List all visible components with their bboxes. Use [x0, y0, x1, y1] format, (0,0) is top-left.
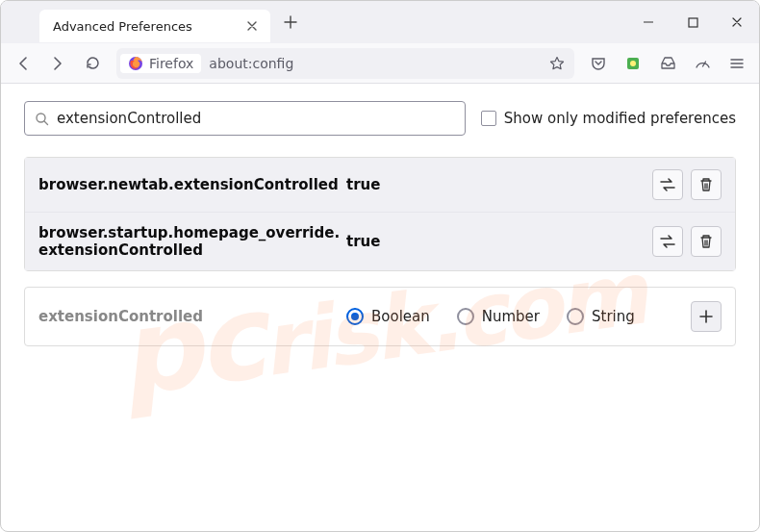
url-text: about:config	[209, 56, 544, 71]
content-area: Show only modified preferences browser.n…	[1, 84, 759, 364]
url-bar[interactable]: Firefox about:config	[116, 48, 574, 79]
delete-button[interactable]	[691, 169, 722, 200]
firefox-icon	[128, 56, 143, 71]
preference-name: browser.newtab.extensionControlled	[38, 176, 346, 193]
radio-label: Boolean	[371, 308, 430, 325]
radio-boolean[interactable]: Boolean	[346, 308, 430, 325]
preference-actions	[652, 169, 722, 200]
extension-icon[interactable]	[617, 47, 649, 80]
preference-row: browser.startup.homepage_override.extens…	[25, 212, 735, 270]
inbox-icon[interactable]	[651, 47, 684, 80]
add-button[interactable]	[691, 301, 722, 332]
reload-button[interactable]	[76, 47, 109, 80]
toggle-button[interactable]	[652, 169, 683, 200]
close-tab-icon[interactable]	[243, 17, 261, 35]
radio-label: Number	[482, 308, 540, 325]
checkbox-label: Show only modified preferences	[504, 110, 736, 127]
back-button[interactable]	[7, 47, 39, 80]
preference-value: true	[346, 176, 404, 193]
browser-tab[interactable]: Advanced Preferences	[39, 10, 270, 42]
preference-value: true	[346, 233, 404, 250]
forward-button[interactable]	[41, 47, 74, 80]
preference-name: browser.startup.homepage_override.extens…	[38, 224, 346, 259]
preference-row: browser.newtab.extensionControlled true	[25, 158, 735, 212]
search-input[interactable]	[57, 110, 455, 127]
toggle-button[interactable]	[652, 226, 683, 257]
type-radio-group: Boolean Number String	[346, 308, 635, 325]
identity-box[interactable]: Firefox	[120, 54, 201, 73]
minimize-button[interactable]	[626, 1, 671, 43]
tab-title: Advanced Preferences	[53, 19, 192, 34]
radio-icon	[457, 308, 474, 325]
radio-string[interactable]: String	[567, 308, 635, 325]
radio-number[interactable]: Number	[457, 308, 540, 325]
checkbox-icon[interactable]	[481, 111, 496, 126]
pocket-icon[interactable]	[582, 47, 615, 80]
search-row: Show only modified preferences	[24, 101, 736, 136]
toolbar: Firefox about:config	[1, 43, 759, 84]
svg-rect-0	[689, 18, 697, 27]
svg-point-3	[630, 61, 636, 66]
window-controls	[626, 1, 759, 43]
delete-button[interactable]	[691, 226, 722, 257]
identity-label: Firefox	[149, 56, 193, 71]
maximize-button[interactable]	[671, 1, 715, 43]
speed-icon[interactable]	[686, 47, 719, 80]
radio-icon	[567, 308, 584, 325]
titlebar: Advanced Preferences	[1, 1, 759, 43]
radio-label: String	[592, 308, 635, 325]
radio-icon	[346, 308, 364, 325]
add-preference-name: extensionControlled	[38, 308, 346, 325]
show-modified-checkbox[interactable]: Show only modified preferences	[481, 110, 736, 127]
new-tab-button[interactable]	[276, 8, 305, 37]
bookmark-star-icon[interactable]	[544, 50, 570, 77]
preference-list: browser.newtab.extensionControlled true …	[24, 157, 736, 271]
add-preference-row: extensionControlled Boolean Number Strin…	[24, 287, 736, 346]
search-icon	[35, 112, 49, 126]
menu-button[interactable]	[721, 47, 753, 80]
preference-actions	[652, 226, 722, 257]
close-window-button[interactable]	[715, 1, 759, 43]
search-box[interactable]	[24, 101, 466, 136]
